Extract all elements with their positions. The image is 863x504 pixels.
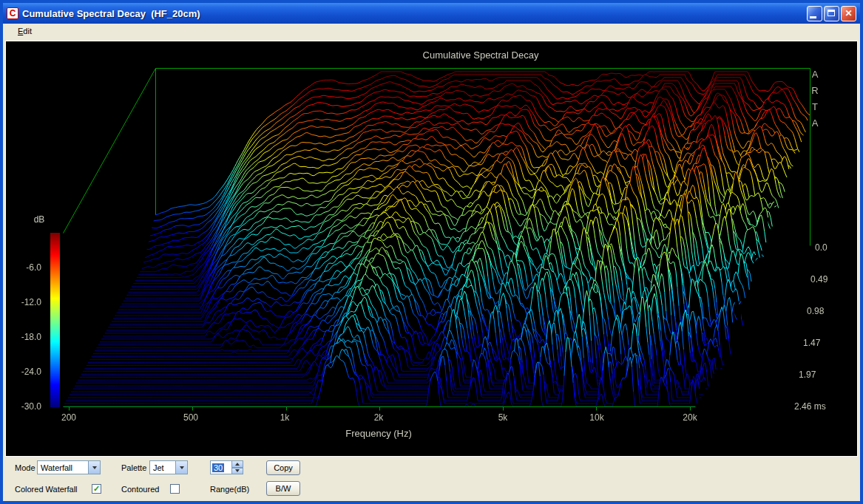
time-tick: 1.97 [799,370,816,380]
bw-button[interactable]: B/W [266,481,300,496]
copy-button[interactable]: Copy [266,460,300,475]
palette-select[interactable]: Jet [149,460,188,474]
maximize-button[interactable] [824,6,839,21]
range-label: Range(dB) [210,485,249,494]
freq-axis-label: Frequency (Hz) [345,429,412,439]
db-tick: -6.0 [6,262,41,273]
db-tick: -30.0 [6,401,41,412]
control-bar: Mode Waterfall Palette Jet 30 Copy Color… [3,457,860,501]
menu-edit[interactable]: Edit [13,25,36,37]
db-tick: -24.0 [6,367,41,377]
freq-tick: 2k [374,412,384,423]
time-tick: 0.98 [807,306,824,316]
palette-value: Jet [150,463,175,472]
mode-select[interactable]: Waterfall [37,460,101,474]
arta-watermark-letter: R [809,83,821,99]
chevron-down-icon[interactable] [175,461,187,474]
app-icon: C [7,7,18,19]
plot-area: Cumulative Spectral Decay A R T A dB -6.… [5,41,858,457]
freq-tick: 200 [61,412,76,423]
spin-down-icon[interactable] [232,468,243,475]
palette-label: Palette [121,463,146,473]
freq-tick: 10k [589,412,603,423]
window-title: Cumulative Spectral Decay (HF_20cm) [22,8,805,19]
app-window: C Cumulative Spectral Decay (HF_20cm) ✕ … [0,0,863,504]
freq-tick: 5k [498,412,508,423]
contoured-checkbox[interactable] [170,484,180,494]
arta-watermark-letter: T [809,99,821,115]
db-tick: -18.0 [6,332,41,342]
range-input[interactable]: 30 [210,460,232,474]
mode-label: Mode [15,463,35,473]
minimize-button[interactable] [807,6,822,21]
time-tick: 1.47 [803,338,820,348]
time-tick: 2.46 ms [794,401,826,412]
plot-title: Cumulative Spectral Decay [423,50,539,61]
db-tick: -12.0 [6,297,41,307]
chevron-down-icon[interactable] [88,461,100,474]
arta-watermark-letter: A [809,115,821,132]
arta-watermark-letter: A [809,67,821,83]
contoured-label: Contoured [121,485,159,494]
close-button[interactable]: ✕ [841,6,856,21]
spin-up-icon[interactable] [232,460,243,468]
colored-waterfall-label: Colored Waterfall [15,485,78,494]
maximize-icon [828,10,835,16]
colored-waterfall-checkbox[interactable]: ✓ [92,484,101,494]
freq-tick: 1k [280,412,290,423]
waterfall-canvas [6,41,857,456]
minimize-icon [810,16,816,18]
time-tick: 0.0 [815,242,828,253]
db-axis-label: dB [28,214,50,225]
freq-tick: 20k [683,412,697,423]
time-tick: 0.49 [810,274,828,285]
menubar: Edit [3,24,860,38]
range-spin-buttons [232,460,243,474]
range-value: 30 [212,463,224,472]
titlebar[interactable]: C Cumulative Spectral Decay (HF_20cm) ✕ [3,3,860,24]
mode-value: Waterfall [38,463,88,472]
range-spinner[interactable]: 30 [210,460,243,474]
freq-tick: 500 [183,412,198,423]
